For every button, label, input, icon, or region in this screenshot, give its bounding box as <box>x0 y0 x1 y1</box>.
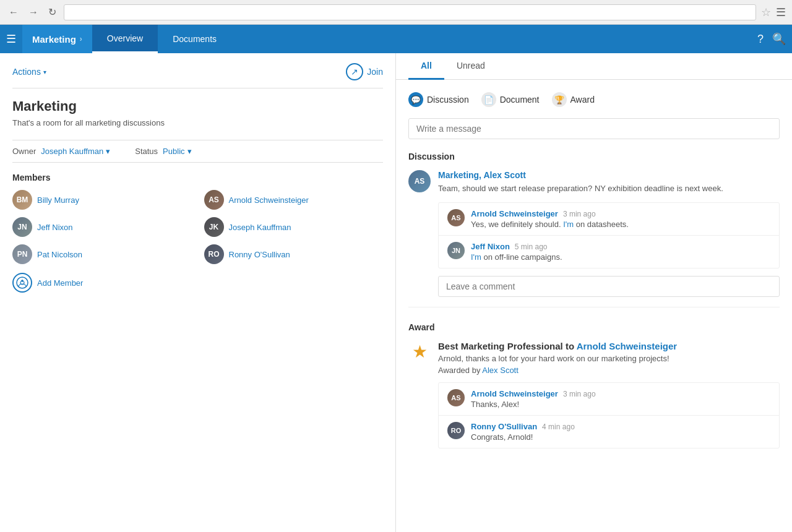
comment-avatar: AS <box>447 389 465 406</box>
tab-all[interactable]: All <box>408 53 444 80</box>
member-name: Jeff Nixon <box>37 223 73 232</box>
member-item[interactable]: BM Billy Murray <box>12 190 192 210</box>
owner-value[interactable]: Joseph Kauffman ▾ <box>41 147 110 156</box>
member-name: Pat Nicolson <box>37 250 82 259</box>
member-name: Joseph Kauffman <box>229 223 291 232</box>
discussion-type-label: Discussion <box>427 95 469 105</box>
discussion-type-button[interactable]: 💬 Discussion <box>408 90 469 109</box>
refresh-button[interactable]: ↻ <box>46 5 59 19</box>
comment-content: Arnold Schweinsteiger 3 min ago Thanks, … <box>471 389 770 409</box>
post-content: Marketing, Alex Scott Team, should we st… <box>438 170 780 297</box>
comment-author[interactable]: Arnold Schweinsteiger <box>471 209 558 218</box>
room-meta: Owner Joseph Kauffman ▾ Status Public ▾ <box>12 140 383 163</box>
status-meta: Status Public ▾ <box>135 147 191 156</box>
comment-header: Ronny O'Sullivan 4 min ago <box>471 422 770 431</box>
right-content: 💬 Discussion 📄 Document 🏆 Award Discussi… <box>396 80 792 532</box>
address-bar[interactable] <box>64 4 756 20</box>
member-item[interactable]: JK Joseph Kauffman <box>204 217 384 237</box>
discussion-icon: 💬 <box>408 92 423 107</box>
owner-label: Owner <box>12 147 36 156</box>
award-recipient-link[interactable]: Arnold Schweinsteiger <box>577 341 678 351</box>
avatar: PN <box>12 244 32 264</box>
actions-button[interactable]: Actions ▾ <box>12 67 46 77</box>
comment-content: Ronny O'Sullivan 4 min ago Congrats, Arn… <box>471 422 770 442</box>
award-description: Arnold, thanks a lot for your hard work … <box>438 354 780 363</box>
search-icon[interactable]: 🔍 <box>772 32 786 46</box>
avatar: AS <box>204 190 224 210</box>
right-panel: All Unread 💬 Discussion 📄 Document 🏆 Awa… <box>396 53 792 532</box>
room-description: That's a room for all marketing discussi… <box>12 118 383 127</box>
brand-label: Marketing <box>32 34 76 45</box>
comment-author[interactable]: Ronny O'Sullivan <box>471 422 537 431</box>
brand-area[interactable]: Marketing › <box>22 25 92 53</box>
write-message-input[interactable] <box>408 118 780 139</box>
post-avatar: AS <box>408 170 431 192</box>
discussion-section-title: Discussion <box>408 152 780 161</box>
browser-chrome: ← → ↻ ☆ ☰ <box>0 0 792 25</box>
browser-menu-icon[interactable]: ☰ <box>776 6 786 19</box>
left-panel: Actions ▾ ↗ Join Marketing That's a room… <box>0 53 396 532</box>
document-icon: 📄 <box>481 92 496 107</box>
avatar: JK <box>204 217 224 237</box>
comment-text: Thanks, Alex! <box>471 400 770 409</box>
bookmark-icon[interactable]: ☆ <box>761 6 771 19</box>
status-label: Status <box>135 147 158 156</box>
discussion-post: AS Marketing, Alex Scott Team, should we… <box>408 170 780 307</box>
members-section: Members BM Billy Murray AS Arnold Schwei… <box>12 173 383 293</box>
forward-button[interactable]: → <box>26 6 41 19</box>
avatar: JN <box>12 217 32 237</box>
tab-overview[interactable]: Overview <box>92 25 158 53</box>
leave-comment-input[interactable] <box>438 276 780 297</box>
comment-author[interactable]: Jeff Nixon <box>471 242 510 251</box>
members-grid: BM Billy Murray AS Arnold Schweinsteiger… <box>12 190 383 264</box>
award-type-label: Award <box>570 95 595 105</box>
comment-header: Arnold Schweinsteiger 3 min ago <box>471 209 770 218</box>
award-star-icon: ★ <box>408 341 431 363</box>
award-by-link[interactable]: Alex Scott <box>482 366 519 375</box>
comment: AS Arnold Schweinsteiger 3 min ago Thank… <box>439 383 779 416</box>
comment-text: I'm on off-line campaigns. <box>471 252 770 262</box>
comment-avatar: AS <box>447 209 465 226</box>
post-author-link[interactable]: Alex Scott <box>483 170 525 180</box>
avatar: RO <box>204 244 224 264</box>
comment-time: 4 min ago <box>542 423 575 431</box>
owner-meta: Owner Joseph Kauffman ▾ <box>12 147 110 156</box>
tab-documents[interactable]: Documents <box>158 25 231 53</box>
member-name: Arnold Schweinsteiger <box>229 195 309 205</box>
hamburger-icon[interactable]: ☰ <box>6 32 16 46</box>
actions-caret-icon: ▾ <box>43 69 46 75</box>
member-item[interactable]: RO Ronny O'Sullivan <box>204 244 384 264</box>
member-item[interactable]: PN Pat Nicolson <box>12 244 192 264</box>
comment-content: Jeff Nixon 5 min ago I'm on off-line cam… <box>471 242 770 262</box>
owner-caret-icon: ▾ <box>106 147 110 156</box>
member-item[interactable]: JN Jeff Nixon <box>12 217 192 237</box>
post-header: Marketing, Alex Scott <box>438 170 780 180</box>
member-item[interactable]: AS Arnold Schweinsteiger <box>204 190 384 210</box>
document-type-label: Document <box>500 95 540 105</box>
comment: AS Arnold Schweinsteiger 3 min ago Yes, … <box>439 203 779 236</box>
top-navigation: ☰ Marketing › Overview Documents ? 🔍 <box>0 25 792 53</box>
comment-content: Arnold Schweinsteiger 3 min ago Yes, we … <box>471 209 770 229</box>
comment-time: 3 min ago <box>563 390 596 398</box>
nav-actions: ? 🔍 <box>757 32 786 46</box>
right-tabs: All Unread <box>396 53 792 80</box>
help-icon[interactable]: ? <box>757 33 764 46</box>
comment: RO Ronny O'Sullivan 4 min ago Congrats, … <box>439 416 779 448</box>
join-button[interactable]: ↗ Join <box>346 63 383 80</box>
add-member-icon <box>12 273 32 293</box>
document-type-button[interactable]: 📄 Document <box>481 90 540 109</box>
award-comments: AS Arnold Schweinsteiger 3 min ago Thank… <box>438 382 780 448</box>
award-section-title: Award <box>408 322 780 332</box>
status-value[interactable]: Public ▾ <box>163 147 191 156</box>
tab-unread[interactable]: Unread <box>444 53 497 80</box>
back-button[interactable]: ← <box>6 6 21 19</box>
comment-author[interactable]: Arnold Schweinsteiger <box>471 389 558 398</box>
comment-text: Yes, we definitely should. I'm on datash… <box>471 220 770 229</box>
avatar: BM <box>12 190 32 210</box>
award-section: Award ★ Best Marketing Professional to A… <box>408 322 780 457</box>
award-type-button[interactable]: 🏆 Award <box>552 90 595 109</box>
comment: JN Jeff Nixon 5 min ago I'm on off-line … <box>439 236 779 268</box>
add-member-button[interactable]: Add Member <box>12 273 383 293</box>
members-title: Members <box>12 173 383 182</box>
join-icon: ↗ <box>346 63 363 80</box>
